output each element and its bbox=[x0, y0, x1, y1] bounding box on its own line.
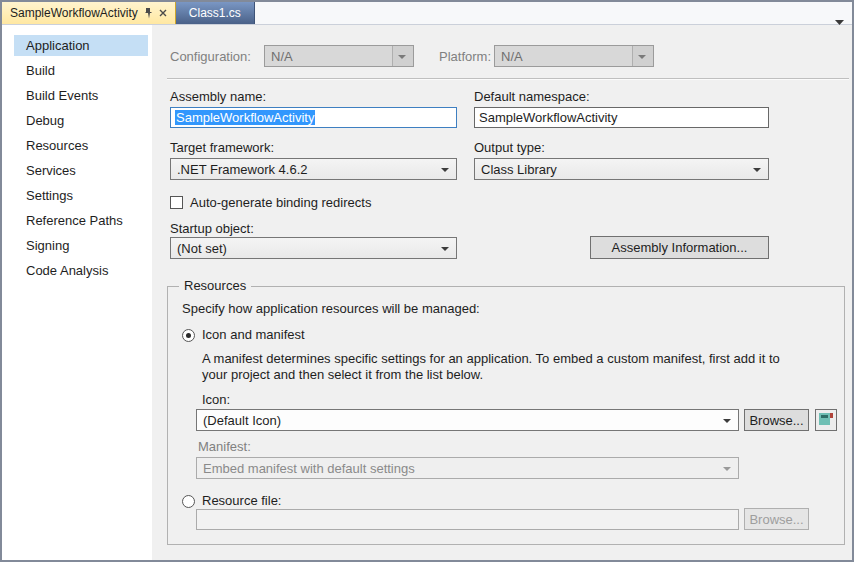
chevron-down-icon bbox=[441, 247, 449, 251]
auto-generate-binding-redirects-label: Auto-generate binding redirects bbox=[190, 195, 371, 210]
target-framework-label: Target framework: bbox=[170, 140, 274, 155]
chevron-down-icon bbox=[441, 168, 449, 172]
configuration-label: Configuration: bbox=[170, 49, 251, 64]
tab-label: Class1.cs bbox=[189, 6, 241, 20]
tab-sampleworkflowactivity[interactable]: SampleWorkflowActivity bbox=[2, 2, 176, 24]
target-framework-dropdown[interactable]: .NET Framework 4.6.2 bbox=[170, 158, 457, 180]
sidebar-item-services[interactable]: Services bbox=[14, 160, 148, 181]
configuration-dropdown: N/A bbox=[264, 45, 414, 67]
pin-icon[interactable] bbox=[144, 8, 153, 19]
manifest-help-line2: your project and then select it from the… bbox=[202, 367, 483, 382]
manifest-help-line1: A manifest determines specific settings … bbox=[202, 351, 780, 366]
sidebar-item-code-analysis[interactable]: Code Analysis bbox=[14, 260, 148, 281]
close-icon[interactable] bbox=[159, 9, 167, 17]
chevron-down-icon bbox=[753, 168, 761, 172]
sidebar-item-settings[interactable]: Settings bbox=[14, 185, 148, 206]
output-type-dropdown[interactable]: Class Library bbox=[474, 158, 769, 180]
sidebar-item-resources[interactable]: Resources bbox=[14, 135, 148, 156]
startup-object-dropdown[interactable]: (Not set) bbox=[170, 237, 457, 259]
application-settings-panel: Configuration: N/A Platform: N/A Assembl… bbox=[152, 25, 852, 560]
project-properties-window: SampleWorkflowActivity Class1.cs Applica… bbox=[0, 0, 854, 562]
document-tab-strip: SampleWorkflowActivity Class1.cs bbox=[2, 2, 852, 25]
icon-preview-button[interactable] bbox=[815, 409, 837, 431]
sidebar-item-signing[interactable]: Signing bbox=[14, 235, 148, 256]
platform-label: Platform: bbox=[439, 49, 491, 64]
platform-dropdown: N/A bbox=[494, 45, 654, 67]
assembly-name-label: Assembly name: bbox=[170, 89, 266, 104]
resources-group-title: Resources bbox=[179, 278, 251, 293]
resources-description: Specify how application resources will b… bbox=[182, 301, 480, 316]
icon-dropdown[interactable]: (Default Icon) bbox=[196, 409, 739, 431]
properties-sidebar: Application Build Build Events Debug Res… bbox=[2, 25, 152, 560]
manifest-label: Manifest: bbox=[198, 439, 251, 454]
sidebar-item-debug[interactable]: Debug bbox=[14, 110, 148, 131]
properties-body: Application Build Build Events Debug Res… bbox=[2, 25, 852, 560]
auto-generate-binding-redirects-checkbox[interactable] bbox=[170, 196, 183, 209]
default-icon-preview bbox=[818, 411, 834, 430]
manifest-dropdown: Embed manifest with default settings bbox=[196, 457, 739, 479]
tab-label: SampleWorkflowActivity bbox=[10, 6, 138, 20]
resource-file-browse-button: Browse... bbox=[744, 508, 809, 530]
resource-file-input bbox=[196, 509, 739, 530]
resource-file-radio[interactable] bbox=[182, 495, 195, 508]
sidebar-item-build[interactable]: Build bbox=[14, 60, 148, 81]
icon-and-manifest-radio[interactable] bbox=[182, 329, 195, 342]
startup-object-label: Startup object: bbox=[170, 221, 254, 236]
tab-class1-cs[interactable]: Class1.cs bbox=[176, 2, 255, 24]
section-divider bbox=[167, 78, 849, 79]
icon-browse-button[interactable]: Browse... bbox=[744, 409, 809, 431]
sidebar-item-application[interactable]: Application bbox=[14, 35, 148, 56]
default-namespace-label: Default namespace: bbox=[474, 89, 590, 104]
chevron-down-icon bbox=[723, 467, 731, 471]
sidebar-item-reference-paths[interactable]: Reference Paths bbox=[14, 210, 148, 231]
sidebar-item-build-events[interactable]: Build Events bbox=[14, 85, 148, 106]
output-type-label: Output type: bbox=[474, 140, 545, 155]
resource-file-label: Resource file: bbox=[202, 493, 281, 508]
icon-label: Icon: bbox=[202, 392, 230, 407]
assembly-name-input[interactable]: SampleWorkflowActivity bbox=[170, 107, 457, 128]
icon-and-manifest-label: Icon and manifest bbox=[202, 327, 305, 342]
default-namespace-input[interactable]: SampleWorkflowActivity bbox=[474, 107, 769, 128]
assembly-information-button[interactable]: Assembly Information... bbox=[590, 236, 769, 259]
chevron-down-icon bbox=[638, 55, 646, 59]
selected-text: SampleWorkflowActivity bbox=[175, 110, 315, 125]
chevron-down-icon bbox=[723, 419, 731, 423]
chevron-down-icon bbox=[398, 55, 406, 59]
